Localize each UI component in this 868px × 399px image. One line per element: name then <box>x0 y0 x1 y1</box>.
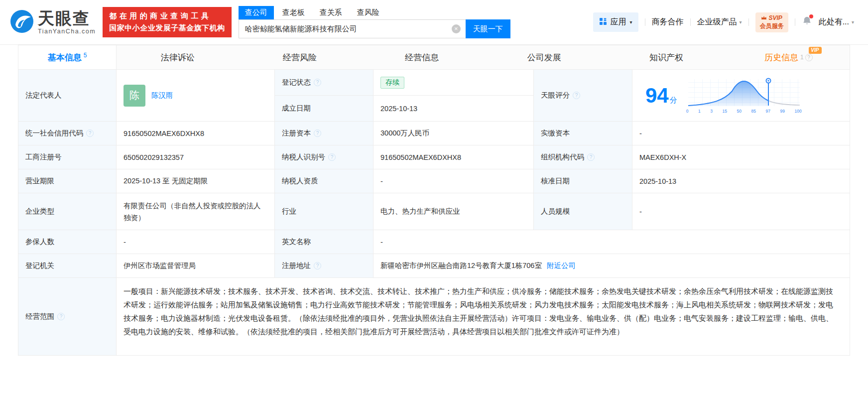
table-row: 登记机关 伊州区市场监督管理局 注册地址? 新疆哈密市伊州区融合南路12号教育大… <box>18 254 850 278</box>
svip-membership-badge[interactable]: SVIP 会员服务 <box>755 12 788 32</box>
nav-business-cooperation[interactable]: 商务合作 <box>652 17 684 27</box>
search-tab-risk[interactable]: 查风险 <box>351 6 386 19</box>
notification-dot <box>809 14 813 18</box>
search-tab-relation[interactable]: 查关系 <box>313 6 349 19</box>
clear-search-icon[interactable]: × <box>452 24 461 33</box>
legal-rep-label: 法定代表人 <box>18 70 117 121</box>
search-input[interactable] <box>239 19 466 38</box>
business-scope-value: 一般项目：新兴能源技术研发；技术服务、技术开发、技术咨询、技术交流、技术转让、技… <box>117 278 850 355</box>
notifications-bell[interactable] <box>802 16 812 28</box>
business-scope-label: 经营范围? <box>18 278 117 355</box>
reg-status-value: 存续 <box>373 70 534 95</box>
table-row: 参保人数 - 英文名称 - <box>18 230 850 254</box>
help-icon[interactable]: ? <box>573 92 580 99</box>
taxpayer-quality-value: - <box>373 169 534 193</box>
tab-operation-risk[interactable]: 经营风险 <box>239 45 361 69</box>
staff-size-value: - <box>632 193 850 230</box>
tab-count: 5 <box>84 52 87 59</box>
credit-code-value: 91650502MAEX6DXHX8 <box>117 122 275 145</box>
vip-tag: VIP <box>809 47 822 54</box>
promo-banner: 都在用的商业查询工具 国家中小企业发展子基金旗下机构 <box>103 7 232 37</box>
svip-label: SVIP <box>768 14 782 21</box>
tab-history-info[interactable]: VIP 历史信息 1 ? <box>728 45 850 69</box>
svip-sublabel: 会员服务 <box>760 22 784 30</box>
apps-menu[interactable]: 应用 ▾ <box>593 12 638 32</box>
legal-rep-link[interactable]: 陈汉雨 <box>151 91 173 100</box>
score-value: 94分 <box>632 70 850 121</box>
paid-capital-value: - <box>632 122 850 145</box>
site-header: 天眼查 TianYanCha.com 都在用的商业查询工具 国家中小企业发展子基… <box>0 0 868 45</box>
tab-company-development[interactable]: 公司发展 <box>483 45 605 69</box>
search-block: 查公司 查老板 查关系 查风险 × 天眼一下 <box>239 6 510 38</box>
tab-count: 1 <box>800 54 804 61</box>
avatar[interactable]: 陈 <box>124 85 145 107</box>
tab-operation-info[interactable]: 经营信息 <box>361 45 483 69</box>
search-tab-company[interactable]: 查公司 <box>239 6 274 19</box>
reg-number-value: 650502029132357 <box>117 145 275 169</box>
help-icon[interactable]: ? <box>314 130 321 137</box>
promo-line1: 都在用的商业查询工具 <box>109 11 225 21</box>
tab-legal-litigation[interactable]: 法律诉讼 <box>117 45 239 69</box>
english-name-label: 英文名称 <box>275 230 373 254</box>
user-menu[interactable]: 此处有... ▾ <box>819 17 854 27</box>
legal-rep-value: 陈 陈汉雨 <box>117 70 275 121</box>
search-tabs: 查公司 查老板 查关系 查风险 <box>239 6 510 19</box>
help-icon[interactable]: ? <box>805 54 813 61</box>
brand-domain: TianYanCha.com <box>38 28 96 35</box>
nearby-companies-link[interactable]: 附近公司 <box>547 261 576 270</box>
divider <box>645 18 645 26</box>
staff-size-label: 人员规模 <box>534 193 632 230</box>
help-icon[interactable]: ? <box>57 313 65 320</box>
english-name-value: - <box>373 230 850 254</box>
nav-enterprise-products[interactable]: 企业级产品 ▾ <box>697 17 742 27</box>
table-row: 统一社会信用代码? 91650502MAEX6DXHX8 注册资本? 30000… <box>18 122 850 145</box>
app-grid-icon <box>599 17 607 27</box>
reg-authority-label: 登记机关 <box>18 254 117 277</box>
score-unit: 分 <box>670 96 677 104</box>
paid-capital-label: 实缴资本 <box>534 122 632 145</box>
chart-axis-ticks: 0131550859799100 <box>686 109 802 114</box>
basic-info-table: 法定代表人 陈 陈汉雨 登记状态? 存续 成立日期 2025-10-13 <box>18 70 850 356</box>
status-badge: 存续 <box>380 77 404 89</box>
company-type-label: 企业类型 <box>18 193 117 230</box>
status-date-block: 登记状态? 存续 成立日期 2025-10-13 <box>275 70 534 121</box>
score-label: 天眼评分? <box>534 70 632 121</box>
taxpayer-id-label: 纳税人识别号? <box>275 145 373 169</box>
approval-date-label: 核准日期 <box>534 169 632 193</box>
score-distribution-chart: 0131550859799100 <box>686 77 802 114</box>
table-row: 营业期限 2025-10-13 至 无固定期限 纳税人资质 - 核准日期 202… <box>18 169 850 193</box>
table-row: 经营范围? 一般项目：新兴能源技术研发；技术服务、技术开发、技术咨询、技术交流、… <box>18 278 850 355</box>
search-button[interactable]: 天眼一下 <box>466 19 510 38</box>
insured-count-value: - <box>117 230 275 254</box>
tab-intellectual-property[interactable]: 知识产权 <box>605 45 727 69</box>
reg-authority-value: 伊州区市场监督管理局 <box>117 254 275 277</box>
help-icon[interactable]: ? <box>587 153 595 161</box>
approval-date-value: 2025-10-13 <box>632 169 850 193</box>
promo-line2: 国家中小企业发展子基金旗下机构 <box>109 23 225 33</box>
reg-address-label: 注册地址? <box>275 254 373 277</box>
divider <box>795 18 795 26</box>
crown-icon <box>761 14 767 21</box>
tab-basic-info[interactable]: 基本信息5 <box>18 45 117 69</box>
industry-label: 行业 <box>275 193 373 230</box>
divider <box>690 18 691 26</box>
search-tab-boss[interactable]: 查老板 <box>276 6 311 19</box>
establish-date-label: 成立日期 <box>275 96 373 121</box>
top-nav: 应用 ▾ 商务合作 企业级产品 ▾ SVIP 会员服务 <box>593 12 854 32</box>
help-icon[interactable]: ? <box>328 153 336 161</box>
apps-label: 应用 <box>611 17 626 27</box>
logo[interactable]: 天眼查 TianYanCha.com <box>10 9 96 35</box>
org-code-value: MAEX6DXH-X <box>632 145 850 169</box>
establish-date-value: 2025-10-13 <box>373 96 534 121</box>
help-icon[interactable]: ? <box>314 79 321 86</box>
taxpayer-quality-label: 纳税人资质 <box>275 169 373 193</box>
help-icon[interactable]: ? <box>86 130 94 137</box>
reg-capital-label: 注册资本? <box>275 122 373 145</box>
taxpayer-id-value: 91650502MAEX6DXHX8 <box>373 145 534 169</box>
industry-value: 电力、热力生产和供应业 <box>373 193 534 230</box>
score-number: 94 <box>645 84 669 107</box>
help-icon[interactable]: ? <box>314 262 321 269</box>
insured-count-label: 参保人数 <box>18 230 117 254</box>
org-code-label: 组织机构代码? <box>534 145 632 169</box>
logo-swirl-icon <box>10 9 34 35</box>
